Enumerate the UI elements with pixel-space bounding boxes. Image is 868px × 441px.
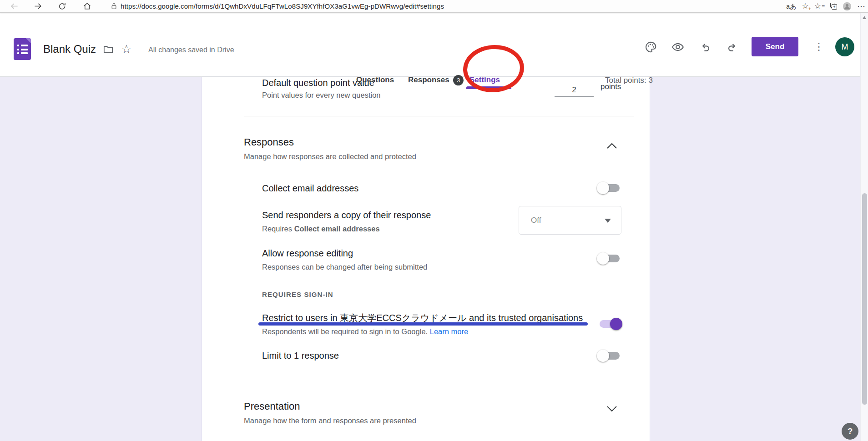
tab-responses[interactable]: Responses <box>408 75 449 85</box>
scrollbar[interactable] <box>860 13 868 441</box>
palette-icon <box>645 41 657 53</box>
lock-icon <box>111 2 117 10</box>
allow-editing-subtitle: Responses can be changed after being sub… <box>262 263 427 271</box>
address-bar[interactable]: https://docs.google.com/forms/d/1QwhDxVd… <box>105 1 696 12</box>
url-text: https://docs.google.com/forms/d/1QwhDxVd… <box>121 2 444 10</box>
send-copy-title: Send responders a copy of their response <box>262 210 431 220</box>
favorites-button[interactable]: ☆≡ <box>814 2 825 10</box>
undo-button[interactable] <box>699 41 712 54</box>
eye-icon <box>671 40 684 54</box>
redo-button[interactable] <box>726 41 739 54</box>
undo-icon <box>699 41 711 53</box>
restrict-users-subtitle: Respondents will be required to sign in … <box>262 327 468 336</box>
forms-header: Blank Quiz ☆ All changes saved in Drive … <box>0 13 868 77</box>
forward-button[interactable] <box>30 1 45 12</box>
star-icon: ☆ <box>814 2 821 10</box>
browser-toolbar: https://docs.google.com/forms/d/1QwhDxVd… <box>0 0 868 13</box>
preview-button[interactable] <box>671 40 684 53</box>
forms-logo[interactable] <box>14 38 31 60</box>
scrollbar-thumb[interactable] <box>862 193 867 405</box>
star-icon: ☆ <box>802 2 808 10</box>
responses-section-subtitle: Manage how responses are collected and p… <box>244 152 416 161</box>
list-lines-icon <box>17 45 28 54</box>
collections-button[interactable]: + <box>830 3 837 10</box>
square-plus-icon: + <box>832 4 837 10</box>
browser-profile-button[interactable] <box>843 2 852 11</box>
dropdown-arrow-icon <box>605 219 611 223</box>
default-points-input[interactable]: 2 <box>555 83 594 97</box>
browser-menu-button[interactable]: ⋯ <box>857 2 865 10</box>
chevron-down-icon <box>606 405 618 412</box>
collect-email-title: Collect email addresses <box>262 183 358 194</box>
divider <box>244 116 634 116</box>
presentation-section-title: Presentation <box>244 401 300 412</box>
requires-signin-heading: REQUIRES SIGN-IN <box>262 291 333 298</box>
folder-icon <box>103 45 113 54</box>
toggle-knob <box>597 252 609 265</box>
toggle-knob <box>597 182 609 194</box>
dropdown-selected-value: Off <box>531 216 541 225</box>
restrict-users-toggle[interactable] <box>600 320 620 328</box>
presentation-section-subtitle: Manage how the form and responses are pr… <box>244 416 416 425</box>
home-button[interactable] <box>79 1 95 12</box>
responses-count-badge: 3 <box>453 75 464 85</box>
divider <box>244 379 634 379</box>
limit-one-title: Limit to 1 response <box>262 351 339 361</box>
home-icon <box>83 2 91 10</box>
theme-button[interactable] <box>644 40 657 53</box>
refresh-icon <box>58 2 66 10</box>
page-fold-icon <box>26 38 31 43</box>
active-tab-underline <box>466 86 511 89</box>
total-points: Total points: 3 <box>605 76 653 85</box>
default-points-subtitle: Point values for every new question <box>262 91 380 100</box>
help-button[interactable]: ? <box>842 423 858 440</box>
person-icon <box>843 2 852 11</box>
tab-questions[interactable]: Questions <box>356 75 394 85</box>
restrict-users-title: Restrict to users in 東京大学ECCSクラウドメール and… <box>262 312 583 324</box>
toggle-knob <box>597 350 609 362</box>
plus-icon: + <box>808 7 811 11</box>
collapse-responses-button[interactable] <box>606 142 618 150</box>
star-form-button[interactable]: ☆ <box>120 43 133 55</box>
move-folder-button[interactable] <box>102 43 115 55</box>
toggle-knob <box>610 318 622 330</box>
collect-email-toggle[interactable] <box>600 184 620 192</box>
tab-settings[interactable]: Settings <box>469 75 500 85</box>
learn-more-link[interactable]: Learn more <box>430 327 468 336</box>
expand-presentation-button[interactable] <box>606 405 618 413</box>
chevron-up-icon <box>606 142 618 150</box>
form-menu-button[interactable]: ⋮ <box>812 40 825 54</box>
add-favorite-button[interactable]: ☆+ <box>802 2 808 10</box>
saved-status: All changes saved in Drive <box>148 46 234 54</box>
responses-section-title: Responses <box>244 136 294 148</box>
refresh-button[interactable] <box>55 1 70 12</box>
account-avatar[interactable]: M <box>835 37 854 56</box>
list-lines-icon: ≡ <box>822 4 825 10</box>
send-copy-dropdown[interactable]: Off <box>519 206 621 235</box>
send-copy-subtitle: Requires Collect email addresses <box>262 225 380 233</box>
settings-panel: Default question point value Point value… <box>202 77 650 441</box>
back-button[interactable] <box>6 1 22 12</box>
forward-icon <box>34 2 42 10</box>
form-title[interactable]: Blank Quiz <box>43 43 96 55</box>
scroll-up-icon[interactable] <box>863 16 866 19</box>
requires-bold-text: Collect email addresses <box>294 225 380 233</box>
translate-button[interactable]: aあ <box>786 3 796 10</box>
allow-editing-toggle[interactable] <box>600 255 620 262</box>
send-button[interactable]: Send <box>752 37 798 56</box>
limit-one-toggle[interactable] <box>600 352 620 360</box>
allow-editing-title: Allow response editing <box>262 248 353 259</box>
redo-icon <box>727 41 738 53</box>
back-icon <box>10 2 19 10</box>
star-icon: ☆ <box>121 42 131 56</box>
requires-text: Requires <box>262 225 294 233</box>
